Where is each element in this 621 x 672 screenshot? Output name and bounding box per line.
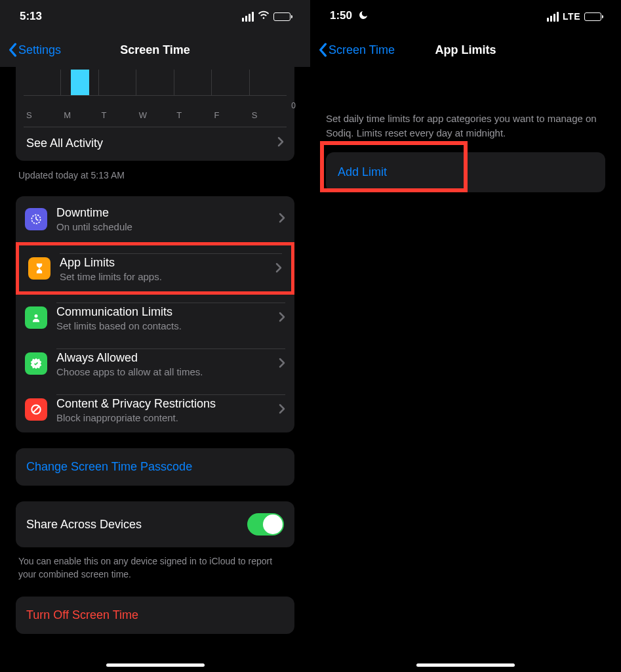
turn-off-label: Turn Off Screen Time xyxy=(26,608,138,622)
add-limit-label: Add Limit xyxy=(338,165,387,178)
turn-off-group: Turn Off Screen Time xyxy=(16,597,294,634)
back-label: Settings xyxy=(18,43,61,57)
time-text: 1:50 xyxy=(330,9,352,22)
status-indicators xyxy=(242,10,290,23)
share-devices-group: Share Across Devices xyxy=(16,501,294,547)
status-bar: 5:13 xyxy=(0,0,310,33)
row-subtitle: Block inappropriate content. xyxy=(56,412,216,423)
chevron-right-icon xyxy=(279,312,285,325)
always-allowed-row[interactable]: Always Allowed Choose apps to allow at a… xyxy=(16,341,294,387)
chart-day-labels: S M T W T F S xyxy=(24,110,287,120)
back-label: Screen Time xyxy=(329,43,395,57)
block-icon xyxy=(25,398,47,421)
share-devices-toggle[interactable] xyxy=(247,513,284,536)
chevron-right-icon xyxy=(279,358,285,371)
battery-icon xyxy=(584,12,601,21)
status-bar: 1:50 LTE xyxy=(310,0,621,33)
day-label: T xyxy=(174,110,211,120)
day-label: S xyxy=(24,110,61,120)
share-devices-label: Share Across Devices xyxy=(26,518,142,532)
content-privacy-row[interactable]: Content & Privacy Restrictions Block ina… xyxy=(16,387,294,432)
see-all-activity-row[interactable]: See All Activity xyxy=(24,127,287,152)
day-label: W xyxy=(136,110,174,120)
status-time: 5:13 xyxy=(20,10,42,23)
row-title: Content & Privacy Restrictions xyxy=(56,397,216,411)
row-subtitle: Set limits based on contacts. xyxy=(56,320,182,331)
row-title: Communication Limits xyxy=(56,305,182,319)
row-title: App Limits xyxy=(60,256,162,270)
share-devices-row[interactable]: Share Across Devices xyxy=(16,501,294,547)
description-text: Set daily time limits for app categories… xyxy=(326,112,605,140)
app-limits-row[interactable]: App Limits Set time limits for apps. xyxy=(16,242,294,295)
downtime-row[interactable]: Downtime On until schedule xyxy=(16,196,294,242)
svg-point-3 xyxy=(35,314,38,318)
moon-icon xyxy=(358,10,369,24)
chart-zero-label: 0 xyxy=(291,101,296,110)
downtime-icon xyxy=(25,208,47,230)
status-time: 1:50 xyxy=(330,9,369,24)
cellular-icon xyxy=(547,12,559,22)
hourglass-icon xyxy=(28,257,50,280)
nav-bar: Screen Time App Limits xyxy=(310,33,621,67)
cellular-icon xyxy=(242,12,254,22)
wifi-icon xyxy=(258,10,270,23)
turn-off-button[interactable]: Turn Off Screen Time xyxy=(16,597,294,634)
row-title: Always Allowed xyxy=(56,351,203,365)
check-badge-icon xyxy=(25,352,47,375)
home-indicator[interactable] xyxy=(416,663,515,667)
screentime-options-group: Downtime On until schedule App Limits Se… xyxy=(16,196,294,432)
activity-chart: 0 S M T W T F S See All Activity xyxy=(16,67,294,161)
chevron-right-icon xyxy=(277,136,284,150)
battery-icon xyxy=(273,12,290,21)
communication-limits-row[interactable]: Communication Limits Set limits based on… xyxy=(16,295,294,341)
screen-time-screen: 5:13 Settings Screen Time xyxy=(0,0,310,672)
svg-line-2 xyxy=(36,219,38,220)
svg-line-5 xyxy=(33,406,39,413)
back-button[interactable]: Settings xyxy=(8,43,61,57)
see-all-label: See All Activity xyxy=(26,136,103,150)
day-label: S xyxy=(249,110,287,120)
back-button[interactable]: Screen Time xyxy=(318,43,395,57)
chevron-right-icon xyxy=(275,262,282,276)
change-passcode-group: Change Screen Time Passcode xyxy=(16,448,294,486)
row-subtitle: Set time limits for apps. xyxy=(60,271,162,282)
row-subtitle: On until schedule xyxy=(56,221,132,232)
app-limits-screen: 1:50 LTE Screen Time App Limits Set dail… xyxy=(310,0,621,672)
updated-label: Updated today at 5:13 AM xyxy=(18,170,292,180)
status-indicators: LTE xyxy=(547,11,601,22)
share-devices-note: You can enable this on any device signed… xyxy=(18,555,292,581)
network-label: LTE xyxy=(563,11,580,22)
chevron-right-icon xyxy=(279,213,285,226)
day-label: M xyxy=(61,110,98,120)
nav-bar: Settings Screen Time xyxy=(0,33,310,67)
row-subtitle: Choose apps to allow at all times. xyxy=(56,366,203,377)
add-limit-button[interactable]: Add Limit xyxy=(326,152,605,192)
change-passcode-button[interactable]: Change Screen Time Passcode xyxy=(16,448,294,486)
change-passcode-label: Change Screen Time Passcode xyxy=(26,460,192,474)
contact-icon xyxy=(25,306,47,329)
day-label: F xyxy=(211,110,249,120)
chevron-right-icon xyxy=(279,404,285,417)
day-label: T xyxy=(99,110,136,120)
row-title: Downtime xyxy=(56,206,132,220)
home-indicator[interactable] xyxy=(106,663,205,667)
